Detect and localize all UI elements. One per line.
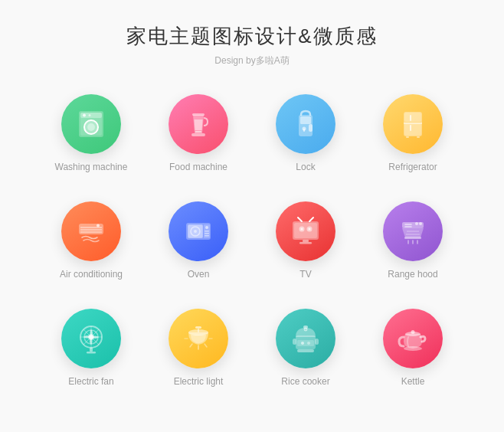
tv-label: TV <box>299 269 311 280</box>
icon-item-washing-machine: Washing machine <box>41 90 141 198</box>
oven-label: Oven <box>188 269 210 280</box>
icon-item-range-hood: Range hood <box>363 198 463 305</box>
icon-item-oven: Oven <box>149 198 248 305</box>
svg-point-83 <box>307 342 310 345</box>
svg-point-46 <box>301 228 303 231</box>
svg-point-66 <box>89 335 93 339</box>
food-machine-label: Food machine <box>169 162 227 172</box>
svg-rect-49 <box>404 237 421 239</box>
svg-line-41 <box>309 218 313 221</box>
electric-light-label: Electric light <box>174 376 224 387</box>
svg-rect-39 <box>294 223 317 238</box>
icon-item-food-machine: Food machine <box>149 90 248 198</box>
svg-point-27 <box>97 224 100 227</box>
icon-item-refrigerator: Refrigerator <box>363 90 463 198</box>
icon-item-air-conditioning: Air conditioning <box>41 198 141 305</box>
icon-item-electric-light: Electric light <box>149 305 248 412</box>
svg-rect-21 <box>406 136 409 138</box>
svg-line-73 <box>190 344 192 347</box>
icon-item-lock: Lock <box>256 90 355 198</box>
rice-cooker-icon-circle[interactable] <box>276 309 335 368</box>
svg-rect-22 <box>417 136 420 138</box>
svg-rect-35 <box>205 231 209 232</box>
icon-grid: Washing machine Food machine <box>41 90 463 412</box>
kettle-label: Kettle <box>401 376 425 387</box>
tv-icon-circle[interactable] <box>276 201 335 261</box>
svg-point-47 <box>309 228 311 231</box>
svg-rect-84 <box>293 339 296 345</box>
rice-cooker-label: Rice cooker <box>281 376 329 387</box>
refrigerator-icon-circle[interactable] <box>383 94 443 154</box>
oven-icon-circle[interactable] <box>169 201 228 261</box>
svg-rect-87 <box>411 330 415 334</box>
svg-point-88 <box>404 346 422 351</box>
svg-rect-12 <box>309 124 313 132</box>
svg-point-3 <box>87 123 95 131</box>
icon-item-electric-fan: Electric fan <box>41 305 141 412</box>
svg-rect-85 <box>315 339 319 345</box>
svg-point-5 <box>83 114 86 117</box>
range-hood-icon-circle[interactable] <box>383 201 443 261</box>
svg-rect-19 <box>404 113 421 122</box>
svg-rect-67 <box>90 348 93 352</box>
lock-icon-circle[interactable] <box>276 94 335 154</box>
svg-point-32 <box>194 230 197 233</box>
electric-fan-label: Electric fan <box>68 376 113 387</box>
svg-rect-68 <box>87 352 96 354</box>
svg-point-82 <box>301 342 304 345</box>
svg-line-74 <box>205 344 207 347</box>
washing-machine-label: Washing machine <box>55 162 128 172</box>
svg-rect-23 <box>79 224 103 234</box>
svg-point-52 <box>415 222 418 225</box>
svg-rect-69 <box>195 326 201 329</box>
svg-rect-11 <box>300 116 311 124</box>
svg-point-6 <box>89 114 91 116</box>
kettle-icon-circle[interactable] <box>383 309 443 368</box>
lock-label: Lock <box>296 162 315 172</box>
icon-item-rice-cooker: Rice cooker <box>256 305 355 412</box>
svg-rect-20 <box>404 123 421 136</box>
svg-point-53 <box>419 222 422 225</box>
svg-rect-80 <box>297 349 314 352</box>
electric-fan-icon-circle[interactable] <box>61 309 121 368</box>
washing-machine-icon-circle[interactable] <box>61 94 121 154</box>
air-conditioning-icon-circle[interactable] <box>61 201 121 261</box>
refrigerator-label: Refrigerator <box>388 162 437 172</box>
svg-rect-37 <box>205 235 209 237</box>
svg-rect-14 <box>303 129 305 132</box>
svg-rect-81 <box>297 340 314 346</box>
svg-point-34 <box>205 226 208 229</box>
svg-rect-7 <box>191 133 205 136</box>
page-title: 家电主题图标设计&微质感 <box>126 23 377 50</box>
icon-item-tv: TV <box>256 198 355 305</box>
air-conditioning-label: Air conditioning <box>60 269 123 280</box>
svg-line-40 <box>298 218 302 221</box>
svg-rect-8 <box>192 113 205 116</box>
page-subtitle: Design by多啦A萌 <box>214 54 289 67</box>
electric-light-icon-circle[interactable] <box>169 309 228 368</box>
svg-rect-42 <box>303 240 309 242</box>
svg-rect-43 <box>299 242 312 244</box>
svg-point-79 <box>304 328 307 331</box>
range-hood-label: Range hood <box>388 269 437 280</box>
food-machine-icon-circle[interactable] <box>169 94 228 154</box>
svg-rect-36 <box>205 233 209 234</box>
icon-item-kettle: Kettle <box>363 305 463 412</box>
